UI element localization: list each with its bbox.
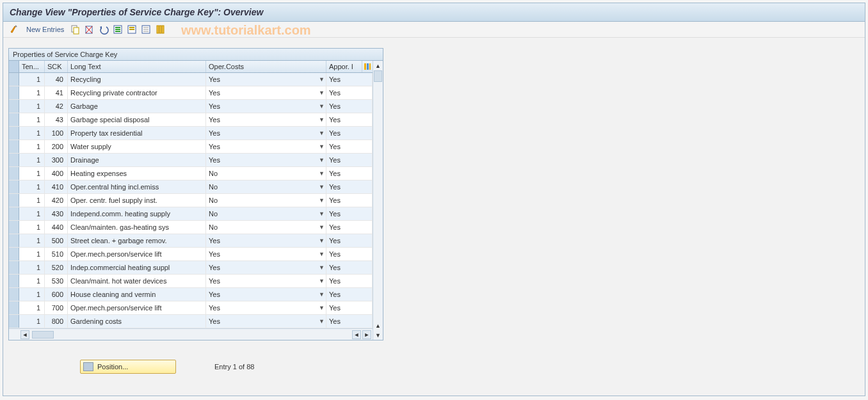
cell-opercosts[interactable]: Yes▼	[206, 154, 326, 166]
cell-longtext[interactable]: Oper.central hting incl.emiss	[68, 180, 206, 193]
cell-ten[interactable]: 1	[19, 221, 45, 234]
hscroll-left-icon[interactable]: ◄	[20, 330, 29, 339]
cell-opercosts[interactable]: Yes▼	[206, 275, 326, 287]
cell-ten[interactable]: 1	[19, 315, 45, 328]
cell-ten[interactable]: 1	[19, 127, 45, 140]
row-selector[interactable]	[9, 234, 19, 247]
cell-sck[interactable]: 440	[45, 221, 68, 234]
row-selector[interactable]	[9, 315, 19, 328]
row-selector[interactable]	[9, 288, 19, 301]
row-selector[interactable]	[9, 100, 19, 113]
cell-sck[interactable]: 200	[45, 140, 68, 153]
select-all-header[interactable]	[9, 61, 19, 72]
configure-icon[interactable]	[155, 24, 165, 35]
toggle-display-icon[interactable]	[10, 24, 20, 35]
cell-ten[interactable]: 1	[19, 234, 45, 247]
cell-sck[interactable]: 42	[45, 100, 68, 113]
cell-appor[interactable]: Yes	[326, 154, 373, 166]
hscroll-thumb[interactable]	[32, 331, 54, 339]
select-all-icon[interactable]	[113, 24, 123, 35]
cell-sck[interactable]: 510	[45, 248, 68, 260]
cell-appor[interactable]: Yes	[326, 127, 373, 140]
cell-appor[interactable]: Yes	[326, 194, 373, 207]
cell-appor[interactable]: Yes	[326, 275, 373, 287]
row-selector[interactable]	[9, 261, 19, 274]
cell-sck[interactable]: 530	[45, 275, 68, 287]
col-header-opercosts[interactable]: Oper.Costs	[206, 61, 326, 72]
vscroll-up-icon[interactable]: ▲	[373, 61, 383, 70]
cell-opercosts[interactable]: No▼	[206, 221, 326, 234]
dropdown-icon[interactable]: ▼	[319, 291, 325, 298]
cell-appor[interactable]: Yes	[326, 207, 373, 220]
row-selector[interactable]	[9, 154, 19, 166]
col-header-longtext[interactable]: Long Text	[68, 61, 206, 72]
cell-opercosts[interactable]: No▼	[206, 194, 326, 207]
cell-appor[interactable]: Yes	[326, 234, 373, 247]
cell-appor[interactable]: Yes	[326, 73, 373, 86]
cell-sck[interactable]: 600	[45, 288, 68, 301]
cell-longtext[interactable]: Oper.mech.person/service lift	[68, 248, 206, 260]
dropdown-icon[interactable]: ▼	[319, 251, 325, 257]
row-selector[interactable]	[9, 180, 19, 193]
row-selector[interactable]	[9, 113, 19, 126]
cell-longtext[interactable]: Garbage special disposal	[68, 113, 206, 126]
cell-sck[interactable]: 300	[45, 154, 68, 166]
row-selector[interactable]	[9, 248, 19, 260]
dropdown-icon[interactable]: ▼	[319, 130, 325, 136]
row-selector[interactable]	[9, 167, 19, 180]
cell-longtext[interactable]: Water supply	[68, 140, 206, 153]
cell-opercosts[interactable]: Yes▼	[206, 248, 326, 260]
cell-longtext[interactable]: Recycling private contractor	[68, 86, 206, 99]
copy-as-icon[interactable]	[70, 24, 81, 35]
row-selector[interactable]	[9, 275, 19, 287]
cell-appor[interactable]: Yes	[326, 301, 373, 314]
cell-appor[interactable]: Yes	[326, 100, 373, 113]
cell-longtext[interactable]: Independ.comm. heating supply	[68, 207, 206, 220]
dropdown-icon[interactable]: ▼	[319, 116, 325, 123]
cell-ten[interactable]: 1	[19, 288, 45, 301]
cell-ten[interactable]: 1	[19, 248, 45, 260]
cell-opercosts[interactable]: No▼	[206, 207, 326, 220]
cell-longtext[interactable]: Indep.commercial heating suppl	[68, 261, 206, 274]
cell-ten[interactable]: 1	[19, 180, 45, 193]
cell-sck[interactable]: 430	[45, 207, 68, 220]
cell-longtext[interactable]: Property tax residential	[68, 127, 206, 140]
cell-opercosts[interactable]: Yes▼	[206, 288, 326, 301]
cell-ten[interactable]: 1	[19, 86, 45, 99]
cell-ten[interactable]: 1	[19, 194, 45, 207]
dropdown-icon[interactable]: ▼	[319, 103, 325, 109]
cell-opercosts[interactable]: Yes▼	[206, 261, 326, 274]
row-selector[interactable]	[9, 207, 19, 220]
cell-longtext[interactable]: Oper.mech.person/service lift	[68, 301, 206, 314]
dropdown-icon[interactable]: ▼	[319, 211, 325, 217]
row-selector[interactable]	[9, 140, 19, 153]
cell-opercosts[interactable]: Yes▼	[206, 301, 326, 314]
cell-sck[interactable]: 100	[45, 127, 68, 140]
cell-appor[interactable]: Yes	[326, 113, 373, 126]
cell-longtext[interactable]: Recycling	[68, 73, 206, 86]
vscroll-down-icon[interactable]: ▼	[373, 330, 383, 340]
cell-appor[interactable]: Yes	[326, 167, 373, 180]
cell-opercosts[interactable]: Yes▼	[206, 86, 326, 99]
cell-opercosts[interactable]: Yes▼	[206, 140, 326, 153]
cell-sck[interactable]: 800	[45, 315, 68, 328]
vscroll-thumb[interactable]	[374, 70, 382, 82]
cell-appor[interactable]: Yes	[326, 261, 373, 274]
cell-appor[interactable]: Yes	[326, 140, 373, 153]
cell-ten[interactable]: 1	[19, 207, 45, 220]
row-selector[interactable]	[9, 73, 19, 86]
cell-sck[interactable]: 420	[45, 194, 68, 207]
cell-longtext[interactable]: Drainage	[68, 154, 206, 166]
cell-sck[interactable]: 520	[45, 261, 68, 274]
cell-appor[interactable]: Yes	[326, 180, 373, 193]
cell-sck[interactable]: 40	[45, 73, 68, 86]
delete-icon[interactable]	[84, 24, 95, 35]
cell-appor[interactable]: Yes	[326, 86, 373, 99]
row-selector[interactable]	[9, 301, 19, 314]
cell-ten[interactable]: 1	[19, 73, 45, 86]
dropdown-icon[interactable]: ▼	[319, 143, 325, 150]
dropdown-icon[interactable]: ▼	[319, 76, 325, 83]
hscroll-right1-icon[interactable]: ◄	[352, 330, 361, 339]
cell-longtext[interactable]: House cleaning and vermin	[68, 288, 206, 301]
dropdown-icon[interactable]: ▼	[319, 184, 325, 190]
